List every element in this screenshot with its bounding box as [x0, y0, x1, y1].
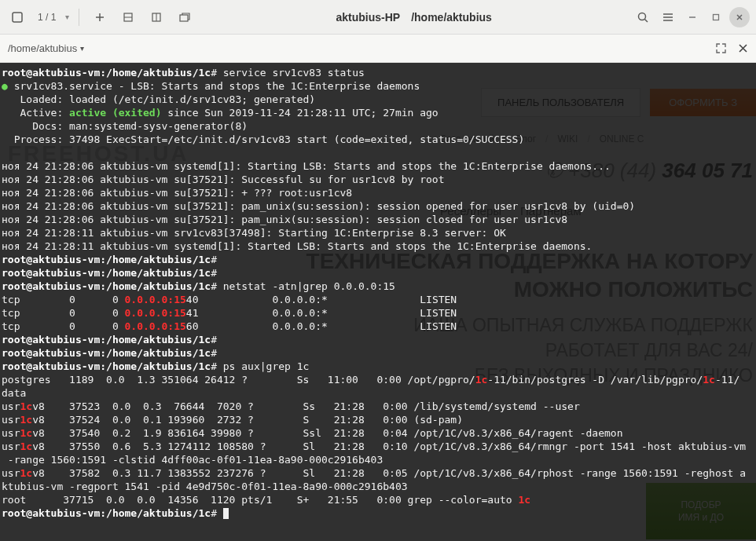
- titlebar: 1 / 1 ▾ aktubius-HP /home/aktubius: [0, 0, 756, 35]
- separator: [79, 9, 79, 26]
- pathbar-controls: [715, 42, 748, 54]
- titlebar-right: [632, 6, 750, 28]
- svg-rect-0: [13, 13, 22, 22]
- terminal-container: FREEHOST.UA ПАНЕЛЬ ПОЛЬЗОВАТЕЛЯ ОФОРМИТЬ…: [0, 63, 756, 541]
- path-text: /home/aktubius: [8, 42, 77, 54]
- split-right-icon[interactable]: [145, 6, 167, 28]
- search-icon[interactable]: [632, 6, 654, 28]
- window-path: /home/aktubius: [411, 11, 492, 24]
- split-down-icon[interactable]: [117, 6, 139, 28]
- window-user: aktubius-HP: [336, 11, 400, 24]
- chevron-down-icon: ▾: [80, 44, 84, 53]
- terminal[interactable]: root@aktubius-vm:/home/aktubius/1c# serv…: [0, 63, 756, 541]
- broadcast-icon[interactable]: [174, 6, 196, 28]
- pathbar-path[interactable]: /home/aktubius ▾: [8, 42, 84, 54]
- hamburger-icon[interactable]: [657, 6, 679, 28]
- close-tab-icon[interactable]: [738, 43, 748, 53]
- fullscreen-icon[interactable]: [715, 42, 727, 54]
- app-menu-icon[interactable]: [6, 6, 28, 28]
- tab-counter: 1 / 1: [35, 12, 59, 23]
- chevron-down-icon[interactable]: ▾: [65, 13, 69, 21]
- titlebar-center: aktubius-HP /home/aktubius: [196, 11, 632, 24]
- minimize-button[interactable]: [682, 7, 703, 27]
- titlebar-left: 1 / 1 ▾: [6, 6, 196, 28]
- maximize-button[interactable]: [706, 7, 726, 27]
- svg-point-4: [639, 13, 646, 20]
- close-button[interactable]: [729, 7, 750, 27]
- svg-rect-3: [180, 15, 188, 21]
- cursor-icon: [223, 508, 229, 519]
- pathbar: /home/aktubius ▾: [0, 35, 756, 63]
- new-tab-icon[interactable]: [89, 6, 111, 28]
- svg-rect-5: [714, 14, 719, 20]
